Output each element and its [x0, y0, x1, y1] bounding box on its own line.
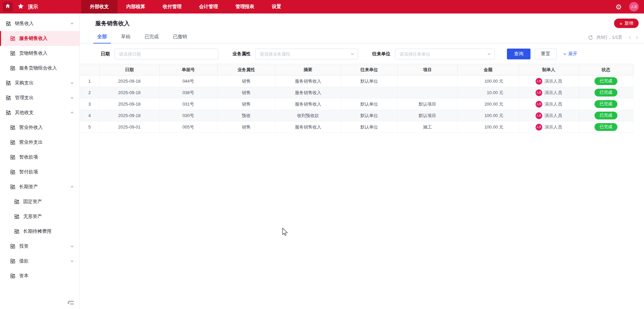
status-badge[interactable]: 已完成: [594, 112, 617, 119]
main-content: 服务销售收入 + 新增 全部草稿已完成已撤销 共5行，1/1页: [80, 13, 644, 309]
topbar: 演示 外部收支内部核算收付管理会计管理管理报表设置 ⚙ 人员: [0, 0, 644, 13]
table-header-row: 日期单据号业务属性摘要往来单位项目金额制单人状态: [80, 64, 633, 76]
row-count-text: 共5行，1/1页: [597, 34, 622, 40]
column-header: 单据号: [159, 64, 217, 76]
grid-icon: [6, 81, 11, 85]
column-header: 制单人: [519, 64, 579, 76]
star-icon: [18, 3, 24, 11]
grid-icon: [6, 95, 11, 100]
table-row[interactable]: 42025-09-18030号预收收到预收款默认单位默认项目100.00 元人员…: [80, 110, 633, 121]
sidebar-item-5[interactable]: 采购支出: [0, 76, 79, 90]
sidebar-item-13[interactable]: 固定资产: [0, 194, 79, 209]
column-header: [80, 64, 99, 76]
column-header: 金额: [457, 64, 519, 76]
nav-item-3[interactable]: 收付管理: [154, 0, 190, 13]
gear-icon[interactable]: ⚙: [615, 3, 622, 10]
table-row[interactable]: 12025-09-18044号销售服务销售收入默认单位100.00 元人员演示人…: [80, 76, 633, 87]
sidebar-item-4[interactable]: 服务货物组合收入: [0, 61, 79, 76]
unit-filter-select[interactable]: [395, 49, 495, 59]
add-new-button[interactable]: + 新增: [614, 19, 639, 28]
status-badge[interactable]: 已完成: [594, 100, 617, 108]
sidebar-item-7[interactable]: 其他收支: [0, 105, 79, 120]
chevron-down-icon: [70, 81, 74, 85]
plus-icon: +: [619, 21, 622, 26]
sidebar-item-18[interactable]: 资本: [0, 269, 79, 283]
chevron-down-icon: [70, 244, 74, 248]
grid-icon: [10, 259, 15, 263]
filter-bar: 日期 业务属性 往来单位 查询 重置 展开: [80, 49, 644, 59]
sidebar-item-1[interactable]: 销售收入: [0, 16, 79, 31]
tab-4[interactable]: 已撤销: [169, 34, 191, 43]
date-filter-input[interactable]: [115, 49, 218, 59]
grid-icon: [10, 140, 15, 145]
unit-filter-label: 往来单位: [372, 51, 390, 57]
tab-2[interactable]: 草稿: [117, 34, 134, 43]
sidebar-item-12[interactable]: 长期资产: [0, 179, 79, 194]
nav-item-1[interactable]: 外部收支: [81, 0, 118, 13]
nav-item-2[interactable]: 内部核算: [118, 0, 154, 13]
sidebar-item-3[interactable]: 货物销售收入: [0, 46, 79, 61]
favorite-button[interactable]: [18, 3, 24, 11]
grid-icon: [10, 51, 15, 56]
sidebar-footer: [0, 296, 79, 309]
grid-icon: [10, 36, 15, 41]
table-row[interactable]: 32025-09-18031号销售服务销售收入默认单位默认项目200.00 元人…: [80, 99, 633, 110]
column-header: 日期: [99, 64, 159, 76]
grid-icon: [10, 125, 15, 130]
sidebar-item-9[interactable]: 营业外支出: [0, 135, 79, 150]
creator-avatar: 人员: [536, 112, 542, 119]
sidebar-item-8[interactable]: 营业外收入: [0, 120, 79, 135]
status-badge[interactable]: 已完成: [594, 89, 617, 96]
grid-icon: [14, 199, 19, 204]
chevron-down-icon: [563, 52, 567, 56]
page-title: 服务销售收入: [95, 20, 639, 27]
reset-button[interactable]: 重置: [535, 49, 557, 59]
chevron-down-icon: [70, 96, 74, 100]
chevron-up-icon: [70, 185, 74, 189]
date-filter-label: 日期: [101, 51, 110, 57]
table-row[interactable]: 52025-09-01005号销售服务销售收入默认单位施工100.00 元人员演…: [80, 121, 633, 133]
status-badge[interactable]: 已完成: [594, 123, 617, 131]
grid-icon: [10, 170, 15, 174]
sidebar-item-15[interactable]: 长期待摊费用: [0, 224, 79, 239]
sidebar-item-6[interactable]: 管理支出: [0, 90, 79, 105]
sidebar-item-2[interactable]: 服务销售收入: [0, 31, 79, 46]
sidebar-item-17[interactable]: 借款: [0, 254, 79, 269]
status-badge[interactable]: 已完成: [594, 77, 617, 85]
creator-avatar: 人员: [536, 78, 542, 85]
sidebar-item-14[interactable]: 无形资产: [0, 209, 79, 224]
user-avatar[interactable]: 人员: [629, 2, 639, 11]
home-button[interactable]: [3, 2, 13, 12]
nav-item-4[interactable]: 会计管理: [190, 0, 227, 13]
grid-icon: [10, 66, 15, 71]
chevron-up-icon: [70, 111, 74, 115]
topbar-nav: 外部收支内部核算收付管理会计管理管理报表设置: [81, 0, 290, 13]
brand-text: 演示: [28, 4, 38, 10]
nav-item-6[interactable]: 设置: [263, 0, 290, 13]
next-page-icon[interactable]: [635, 35, 639, 40]
refresh-icon[interactable]: [588, 35, 593, 40]
collapse-sidebar-icon[interactable]: [67, 300, 74, 305]
sidebar-menu: 销售收入服务销售收入货物销售收入服务货物组合收入采购支出管理支出其他收支营业外收…: [0, 13, 79, 283]
sidebar-item-10[interactable]: 暂收款项: [0, 150, 79, 165]
table-row[interactable]: 22025-09-18038号销售服务销售收入10.00 元人员演示人员已完成: [80, 87, 633, 99]
sidebar: 销售收入服务销售收入货物销售收入服务货物组合收入采购支出管理支出其他收支营业外收…: [0, 13, 80, 309]
grid-icon: [10, 244, 15, 249]
sidebar-item-11[interactable]: 暂付款项: [0, 165, 79, 179]
column-header: 摘要: [275, 64, 341, 76]
sidebar-item-16[interactable]: 投资: [0, 239, 79, 254]
chevron-down-icon: [70, 259, 74, 263]
query-button[interactable]: 查询: [507, 49, 530, 59]
records-table: 日期单据号业务属性摘要往来单位项目金额制单人状态 12025-09-18044号…: [80, 64, 634, 133]
creator-avatar: 人员: [536, 124, 542, 131]
nav-item-5[interactable]: 管理报表: [227, 0, 263, 13]
biz-attr-filter-select[interactable]: [255, 49, 358, 59]
tabs-bar: 全部草稿已完成已撤销 共5行，1/1页: [80, 32, 644, 44]
prev-page-icon[interactable]: [628, 35, 632, 40]
column-header: 状态: [579, 64, 633, 76]
creator-avatar: 人员: [536, 101, 542, 108]
tab-1[interactable]: 全部: [93, 34, 111, 43]
expand-filters-link[interactable]: 展开: [563, 51, 577, 57]
grid-icon: [14, 229, 19, 234]
tab-3[interactable]: 已完成: [140, 34, 163, 43]
